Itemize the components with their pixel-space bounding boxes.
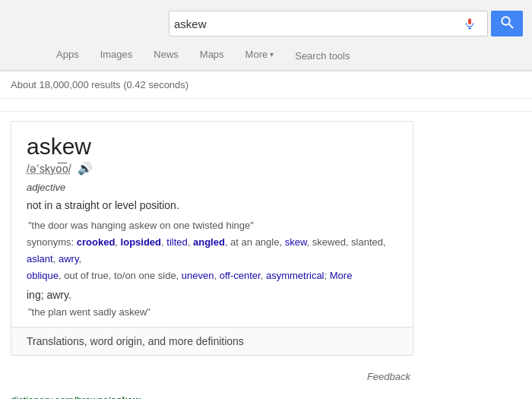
search-icon bbox=[500, 15, 514, 32]
search-button[interactable] bbox=[491, 11, 523, 36]
speaker-icon[interactable]: 🔊 bbox=[78, 161, 93, 176]
syn-aslant[interactable]: aslant bbox=[27, 253, 53, 264]
result-url-path: askew bbox=[111, 394, 141, 399]
search-result: dictionary.com/browse/askew ▾ Define Ask… bbox=[11, 394, 413, 399]
dict-definition: not in a straight or level position. bbox=[27, 198, 397, 214]
nav-tabs: Apps Images News Maps More ▾ Search tool… bbox=[0, 41, 532, 71]
chevron-down-icon: ▾ bbox=[270, 50, 274, 59]
feedback-row: Feedback bbox=[11, 371, 413, 382]
dict-definition2: ing; awry. bbox=[27, 287, 397, 303]
tab-search-tools[interactable]: Search tools bbox=[284, 43, 360, 69]
syn-crooked[interactable]: crooked bbox=[77, 236, 116, 248]
header: Apps Images News Maps More ▾ Search tool… bbox=[0, 0, 532, 71]
syn-lopsided[interactable]: lopsided bbox=[121, 236, 161, 248]
syn-uneven[interactable]: uneven bbox=[182, 270, 214, 281]
search-box bbox=[169, 11, 488, 36]
result-url-domain: dictionary.com/browse/ bbox=[11, 394, 111, 399]
dict-pos: adjective bbox=[27, 182, 397, 193]
dictionary-card: askew /əˈskyo͞o/ 🔊 adjective not in a st… bbox=[11, 121, 413, 356]
dict-pronunciation: /əˈskyo͞o/ bbox=[27, 163, 71, 175]
syn-skew[interactable]: skew bbox=[285, 236, 307, 248]
search-bar-row bbox=[0, 6, 532, 41]
search-input[interactable] bbox=[174, 17, 461, 30]
dict-example: "the door was hanging askew on one twist… bbox=[27, 220, 397, 231]
divider bbox=[0, 111, 532, 112]
syn-asymmetrical[interactable]: asymmetrical bbox=[266, 270, 325, 281]
syn-angled[interactable]: angled bbox=[193, 236, 225, 248]
synonyms-row: synonyms: crooked, lopsided, tilted, ang… bbox=[27, 234, 397, 284]
dict-word: askew bbox=[27, 134, 397, 160]
svg-rect-0 bbox=[468, 18, 471, 24]
syn-at-an-angle: at an angle, bbox=[230, 236, 285, 248]
syn-awry[interactable]: awry bbox=[59, 253, 78, 264]
tab-apps[interactable]: Apps bbox=[46, 41, 90, 70]
syn-oblique[interactable]: oblique bbox=[27, 270, 59, 281]
syn-tilted[interactable]: tilted bbox=[166, 236, 187, 248]
dict-example2: "the plan went sadly askew" bbox=[27, 306, 397, 318]
svg-line-4 bbox=[509, 24, 513, 28]
mic-icon[interactable] bbox=[461, 15, 478, 32]
tab-news[interactable]: News bbox=[143, 41, 189, 70]
dict-pronunciation-row: /əˈskyo͞o/ 🔊 bbox=[27, 161, 397, 176]
syn-off-center[interactable]: off-center bbox=[220, 270, 261, 281]
tab-more[interactable]: More ▾ bbox=[235, 41, 285, 70]
result-url: dictionary.com/browse/askew ▾ bbox=[11, 394, 413, 399]
main-content: askew /əˈskyo͞o/ 🔊 adjective not in a st… bbox=[0, 121, 532, 399]
synonyms-more[interactable]: More bbox=[330, 270, 353, 281]
tab-maps[interactable]: Maps bbox=[189, 41, 235, 70]
tab-images[interactable]: Images bbox=[90, 41, 144, 70]
feedback-text[interactable]: Feedback bbox=[367, 371, 410, 382]
more-definitions-row[interactable]: Translations, word origin, and more defi… bbox=[11, 327, 413, 355]
results-count: About 18,000,000 results (0.42 seconds) bbox=[0, 71, 532, 99]
